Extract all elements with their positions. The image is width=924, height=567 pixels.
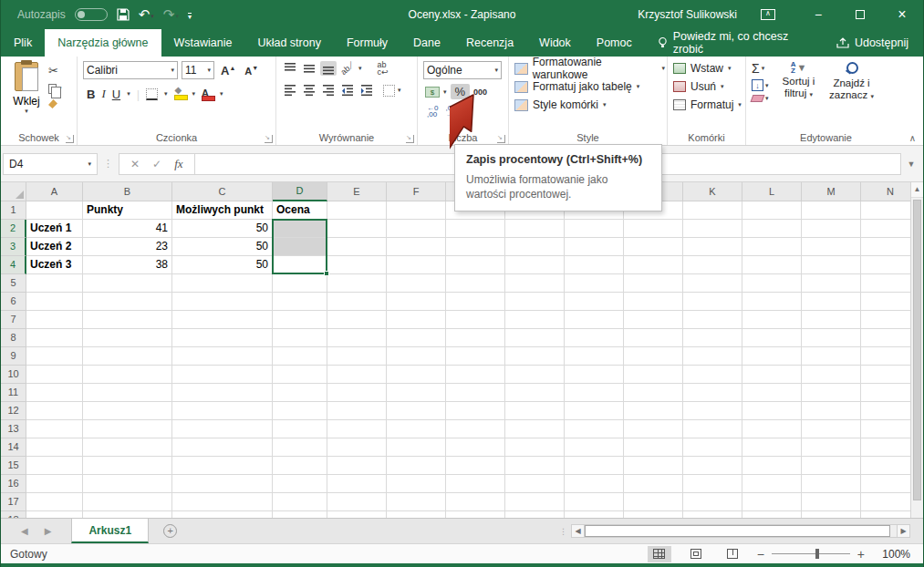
cell-E11[interactable] bbox=[327, 384, 387, 402]
cell-K8[interactable] bbox=[683, 329, 742, 347]
cell-E14[interactable] bbox=[327, 438, 387, 457]
cell-N18[interactable] bbox=[861, 511, 912, 518]
cell-G10[interactable] bbox=[446, 366, 505, 384]
cell-K3[interactable] bbox=[683, 238, 742, 256]
clear-button[interactable]: ▾ bbox=[752, 95, 769, 102]
cell-L7[interactable] bbox=[742, 311, 802, 329]
cell-B5[interactable] bbox=[83, 274, 172, 293]
cell-I5[interactable] bbox=[565, 274, 624, 293]
cell-G2[interactable] bbox=[446, 220, 505, 238]
horizontal-scroll-thumb[interactable] bbox=[585, 525, 890, 537]
currency-dropdown[interactable]: ▾ bbox=[443, 88, 447, 96]
cell-M9[interactable] bbox=[802, 347, 861, 366]
cell-G13[interactable] bbox=[446, 420, 505, 438]
cell-E10[interactable] bbox=[327, 366, 387, 384]
align-left-icon[interactable] bbox=[282, 83, 298, 98]
cell-E2[interactable] bbox=[327, 220, 387, 238]
cell-F18[interactable] bbox=[387, 511, 446, 518]
align-center-icon[interactable] bbox=[301, 83, 317, 98]
cell-C4[interactable]: 50 bbox=[172, 256, 273, 274]
cell-F7[interactable] bbox=[387, 311, 446, 329]
number-dialog-launcher[interactable] bbox=[497, 135, 505, 143]
cell-H2[interactable] bbox=[505, 220, 565, 238]
decrease-decimal-icon[interactable]: ,00→0 bbox=[443, 104, 458, 119]
cell-B18[interactable] bbox=[83, 511, 172, 518]
cell-A5[interactable] bbox=[26, 274, 83, 293]
cell-M6[interactable] bbox=[802, 293, 861, 311]
cell-N10[interactable] bbox=[861, 366, 912, 384]
cell-A14[interactable] bbox=[26, 438, 83, 457]
cell-L15[interactable] bbox=[742, 457, 802, 475]
cell-C18[interactable] bbox=[172, 511, 273, 518]
cell-D17[interactable] bbox=[273, 493, 327, 511]
cell-C10[interactable] bbox=[172, 366, 273, 384]
share-button[interactable]: Udostępnij bbox=[822, 29, 923, 57]
redo-icon[interactable]: ↷▾ bbox=[163, 6, 179, 23]
column-header-N[interactable]: N bbox=[861, 182, 912, 201]
cell-M3[interactable] bbox=[802, 238, 861, 256]
cell-C15[interactable] bbox=[172, 457, 273, 475]
cell-G15[interactable] bbox=[446, 457, 505, 475]
fill-color-icon[interactable] bbox=[174, 88, 186, 100]
clipboard-dialog-launcher[interactable] bbox=[66, 135, 74, 143]
enter-icon[interactable]: ✓ bbox=[152, 158, 161, 170]
cell-B10[interactable] bbox=[83, 366, 172, 384]
cell-L10[interactable] bbox=[742, 366, 802, 384]
cell-K12[interactable] bbox=[683, 402, 742, 420]
cell-H17[interactable] bbox=[505, 493, 565, 511]
bold-button[interactable]: B bbox=[87, 88, 95, 101]
cut-icon[interactable]: ✂ bbox=[47, 65, 58, 77]
tell-me-box[interactable]: Powiedz mi, co chcesz zrobić bbox=[645, 29, 822, 57]
cell-H10[interactable] bbox=[505, 366, 565, 384]
cell-K7[interactable] bbox=[683, 311, 742, 329]
cell-styles-button[interactable]: Style komórki▾ bbox=[514, 96, 665, 114]
cell-B17[interactable] bbox=[83, 493, 172, 511]
cell-H5[interactable] bbox=[505, 274, 565, 293]
cell-C7[interactable] bbox=[172, 311, 273, 329]
cell-M16[interactable] bbox=[802, 475, 861, 493]
column-header-M[interactable]: M bbox=[802, 182, 861, 201]
row-header-13[interactable]: 13 bbox=[1, 420, 26, 438]
save-icon[interactable] bbox=[117, 8, 130, 21]
cell-G11[interactable] bbox=[446, 384, 505, 402]
ribbon-tab-dane[interactable]: Dane bbox=[400, 29, 453, 57]
zoom-slider-thumb[interactable] bbox=[815, 549, 819, 559]
cell-H18[interactable] bbox=[505, 511, 565, 518]
percent-style-button[interactable]: % bbox=[451, 84, 471, 99]
cell-A1[interactable] bbox=[26, 201, 83, 220]
cell-L5[interactable] bbox=[742, 274, 802, 293]
row-header-15[interactable]: 15 bbox=[1, 457, 26, 475]
underline-dropdown[interactable]: ▾ bbox=[127, 90, 130, 98]
cell-M14[interactable] bbox=[802, 438, 861, 457]
cell-G17[interactable] bbox=[446, 493, 505, 511]
cell-M10[interactable] bbox=[802, 366, 861, 384]
cell-E16[interactable] bbox=[327, 475, 387, 493]
cell-J10[interactable] bbox=[624, 366, 683, 384]
cell-F16[interactable] bbox=[387, 475, 446, 493]
vertical-scrollbar[interactable]: ▲ bbox=[910, 182, 923, 518]
cell-E15[interactable] bbox=[327, 457, 387, 475]
cell-D3[interactable] bbox=[273, 238, 327, 256]
column-header-A[interactable]: A bbox=[26, 182, 83, 201]
decrease-font-icon[interactable]: A▼ bbox=[242, 65, 261, 77]
cell-A12[interactable] bbox=[26, 402, 83, 420]
increase-font-icon[interactable]: A▲ bbox=[218, 64, 238, 77]
cell-D9[interactable] bbox=[273, 347, 327, 366]
align-bottom-icon[interactable] bbox=[320, 61, 337, 76]
cell-H7[interactable] bbox=[505, 311, 565, 329]
cell-N17[interactable] bbox=[861, 493, 912, 511]
undo-icon[interactable]: ↶▾ bbox=[139, 6, 154, 23]
new-sheet-button[interactable]: + bbox=[149, 519, 192, 543]
cell-A18[interactable] bbox=[26, 511, 83, 518]
cell-A7[interactable] bbox=[26, 311, 83, 329]
cell-K6[interactable] bbox=[683, 293, 742, 311]
cell-J7[interactable] bbox=[624, 311, 683, 329]
cell-A16[interactable] bbox=[26, 475, 83, 493]
wrap-text-icon[interactable]: abc↩ bbox=[378, 61, 389, 76]
column-header-L[interactable]: L bbox=[742, 182, 802, 201]
cell-F14[interactable] bbox=[387, 438, 446, 457]
cell-I16[interactable] bbox=[565, 475, 624, 493]
cell-D14[interactable] bbox=[273, 438, 327, 457]
cell-E6[interactable] bbox=[327, 293, 387, 311]
insert-cells-button[interactable]: Wstaw▾ bbox=[673, 59, 743, 77]
